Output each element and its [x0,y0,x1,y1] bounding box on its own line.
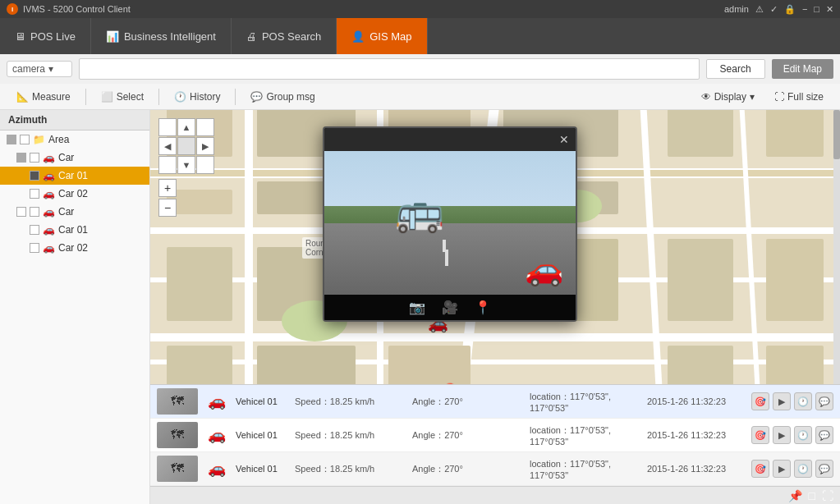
svg-rect-20 [668,110,733,157]
svg-rect-32 [766,346,824,384]
table-row[interactable]: 🗺 🚗 Vehicel 01 Speed：18.25 km/h Angle：27… [150,419,840,452]
row2-history-btn[interactable]: 🕐 [794,426,812,444]
tree-item-car01-selected[interactable]: 🚗 Car 01 [0,167,149,185]
map-nav-left[interactable]: ◀ [158,137,177,155]
select-tool[interactable]: ⬜ Select [93,89,152,105]
map-nav-right[interactable]: ▶ [196,137,214,155]
screenshot-button[interactable]: 📷 [409,300,425,315]
history-tool[interactable]: 🕐 History [166,89,228,105]
row1-car-icon: 🚗 [208,392,226,410]
map-nav-downleft[interactable] [158,156,177,174]
row3-history-btn[interactable]: 🕐 [794,460,812,478]
map-nav-upleft[interactable] [158,118,177,136]
row3-thumb-img: 🗺 [157,456,198,482]
video-screen: 🚌 🚗 [324,151,576,295]
tree-item-area[interactable]: 📁 Area [0,131,149,149]
checkbox-area[interactable] [7,135,16,144]
row2-video-btn[interactable]: ▶ [773,426,791,444]
map-nav-upright[interactable] [196,118,214,136]
car-icon-g2-02: 🚗 [43,242,55,254]
row1-locate-btn[interactable]: 🎯 [751,392,769,410]
group-msg-tool[interactable]: 💬 Group msg [242,89,323,105]
full-size-tool[interactable]: ⛶ Full size [766,89,832,105]
row3-locate-btn[interactable]: 🎯 [751,460,769,478]
nav-pos-search[interactable]: 🖨 POS Search [232,18,337,54]
measure-tool[interactable]: 📐 Measure [8,89,79,105]
display-tool[interactable]: 👁 Display ▾ [693,89,763,105]
chevron-down-icon: ▾ [48,63,53,75]
bottom-pin-icon[interactable]: 📌 [788,489,802,502]
row3-msg-btn[interactable]: 💬 [815,460,833,478]
location-button[interactable]: 📍 [475,300,491,315]
display-label: Display [714,91,746,103]
map-zoom-out[interactable]: − [158,199,177,217]
tree-label-car02: Car 02 [58,188,88,199]
search-bar: camera ▾ Search Edit Map [0,54,840,84]
map-nav-down[interactable]: ▼ [177,156,195,174]
video-bus: 🚌 [395,189,444,235]
chart-icon: 📊 [106,30,119,43]
row2-msg-btn[interactable]: 💬 [815,426,833,444]
minimize-icon[interactable]: − [802,4,807,14]
row1-video-btn[interactable]: ▶ [773,392,791,410]
nav-gis-label: GIS Map [370,30,411,43]
sidebar-header: Azimuth [0,110,149,131]
tree-item-car02[interactable]: 🚗 Car 02 [0,185,149,203]
row1-speed: Speed：18.25 km/h [295,396,402,408]
map-zoom-in[interactable]: + [158,179,177,197]
checkbox-car01-g2[interactable] [30,225,39,235]
nav-pos-live[interactable]: 🖥 POS Live [0,18,91,54]
checkbox-car2-2[interactable] [30,207,39,217]
map-nav-center[interactable] [177,137,195,155]
close-icon[interactable]: ✕ [826,4,833,15]
bottom-window-icon[interactable]: □ [809,489,815,502]
checkbox-car1-2[interactable] [30,153,39,163]
row1-history-btn[interactable]: 🕐 [794,392,812,410]
checkbox-car1[interactable] [16,153,26,163]
alert-icon[interactable]: ⚠ [755,4,764,15]
toolbar: 📐 Measure ⬜ Select 🕐 History 💬 Group msg… [0,84,840,110]
map-nav-up[interactable]: ▲ [177,118,195,136]
map-nav-downright[interactable] [196,156,214,174]
video-close-button[interactable]: ✕ [559,133,569,146]
tree-item-car01-g2[interactable]: 🚗 Car 01 [0,221,149,239]
bottom-expand-icon[interactable]: ⛶ [822,489,833,502]
video-controls: 📷 🎥 📍 [324,295,576,320]
row3-location: location：117°0'53", 117°0'53" [530,458,637,480]
map-container[interactable]: ▲ ◀ ▶ ▼ + − Round ChurchCorner 🚗 📍 [150,110,840,384]
tree-label-area: Area [48,134,69,145]
tree-item-car02-g2[interactable]: 🚗 Car 02 [0,239,149,257]
check-icon[interactable]: ✓ [770,4,778,15]
edit-map-button[interactable]: Edit Map [772,59,833,79]
nav-business-label: Business Intelligent [124,30,216,43]
table-row[interactable]: 🗺 🚗 Vehicel 01 Speed：18.25 km/h Angle：27… [150,385,840,419]
svg-rect-31 [668,346,733,384]
row1-actions: 🎯 ▶ 🕐 💬 [751,392,833,410]
row2-locate-btn[interactable]: 🎯 [751,426,769,444]
lock-icon[interactable]: 🔒 [784,4,796,15]
car-icon-02: 🚗 [43,188,55,199]
tree-item-car-group1[interactable]: 🚗 Car [0,149,149,167]
checkbox-car02[interactable] [30,189,39,199]
table-row[interactable]: 🗺 🚗 Vehicel 01 Speed：18.25 km/h Angle：27… [150,452,840,486]
restore-icon[interactable]: □ [814,4,819,14]
checkbox-car2-1[interactable] [16,207,26,217]
map-scrollbar[interactable] [833,110,840,384]
camera-select[interactable]: camera ▾ [7,61,72,77]
measure-icon: 📐 [16,91,29,103]
tree-item-car-group2[interactable]: 🚗 Car [0,203,149,221]
nav-business-intelligent[interactable]: 📊 Business Intelligent [91,18,232,54]
checkbox-car02-g2[interactable] [30,243,39,253]
search-input[interactable] [79,58,700,80]
nav-gis-map[interactable]: 👤 GIS Map [337,18,427,54]
row1-vehicle-name: Vehicel 01 [236,396,285,406]
search-button[interactable]: Search [706,59,765,79]
record-button[interactable]: 🎥 [442,300,458,315]
row3-video-btn[interactable]: ▶ [773,460,791,478]
checkbox-car01[interactable] [30,171,39,181]
nav-pos-live-label: POS Live [30,30,76,43]
map-pin-marker[interactable]: 📍 [438,383,462,384]
row1-msg-btn[interactable]: 💬 [815,392,833,410]
checkbox-area-2[interactable] [20,135,30,144]
row2-actions: 🎯 ▶ 🕐 💬 [751,426,833,444]
